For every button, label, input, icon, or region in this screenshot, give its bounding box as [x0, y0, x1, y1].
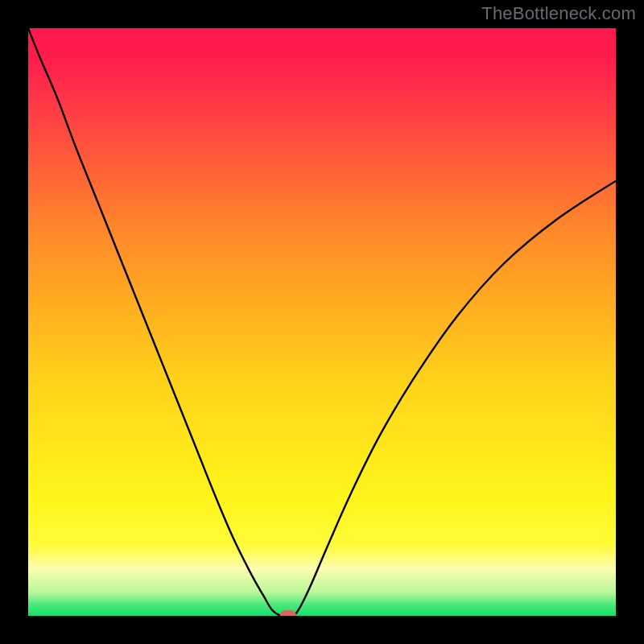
- watermark-text: TheBottleneck.com: [481, 3, 636, 24]
- optimal-point-marker: [280, 610, 296, 616]
- chart-frame: TheBottleneck.com: [0, 0, 644, 644]
- plot-area: [28, 28, 616, 616]
- bottleneck-curve: [28, 28, 616, 616]
